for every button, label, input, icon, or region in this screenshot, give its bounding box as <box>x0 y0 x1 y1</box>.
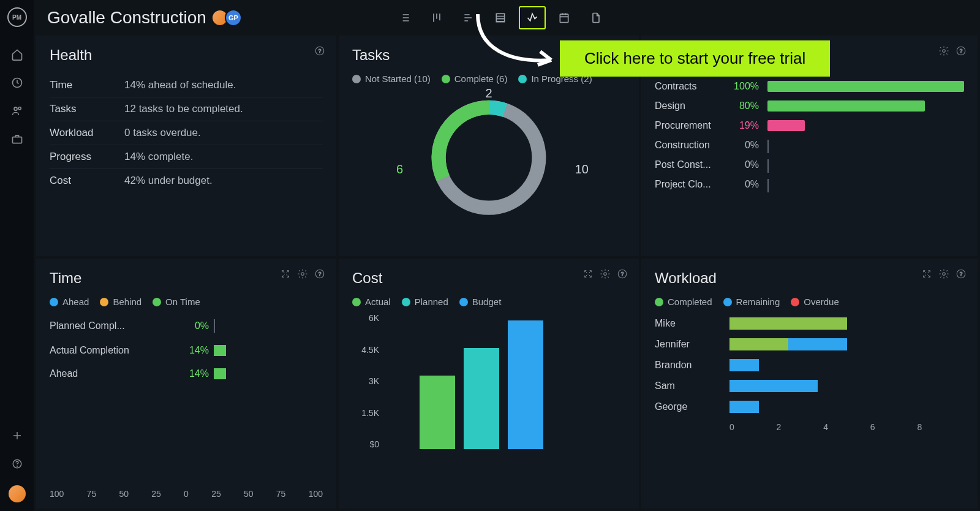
axis-tick: 50 <box>119 489 129 499</box>
legend-dot <box>442 75 450 83</box>
help-icon[interactable]: ? <box>956 45 967 56</box>
expand-icon[interactable] <box>921 268 932 279</box>
donut-label-notstarted: 10 <box>575 162 589 176</box>
svg-text:?: ? <box>318 48 322 54</box>
progress-row: Procurement 19% <box>655 120 964 131</box>
legend-item[interactable]: Overdue <box>791 297 839 307</box>
workload-bar-track <box>729 401 964 413</box>
progress-bar <box>767 100 925 112</box>
legend-dot <box>50 298 58 306</box>
health-label: Time <box>50 79 124 91</box>
legend-dot <box>655 298 663 306</box>
gear-icon[interactable] <box>938 268 949 279</box>
progress-bar-track <box>767 140 964 151</box>
axis-tick: 25 <box>211 489 221 499</box>
help-icon[interactable] <box>10 457 24 471</box>
help-icon[interactable]: ? <box>617 268 628 279</box>
progress-row: Project Clo... 0% <box>655 179 964 190</box>
legend-item[interactable]: Behind <box>100 297 141 307</box>
legend-label: Actual <box>365 297 391 307</box>
legend-label: Remaining <box>736 297 780 307</box>
legend-item[interactable]: Remaining <box>723 297 780 307</box>
axis-tick: 100 <box>309 489 323 499</box>
workload-bar-track <box>729 338 964 350</box>
gear-icon[interactable] <box>600 268 611 279</box>
axis-tick: 25 <box>151 489 161 499</box>
workload-bar-remaining <box>729 401 759 413</box>
team-icon[interactable] <box>10 104 24 118</box>
app-logo[interactable]: PM <box>7 7 27 27</box>
help-icon[interactable]: ? <box>314 45 325 56</box>
axis-tick: 75 <box>276 489 286 499</box>
gear-icon[interactable] <box>938 45 949 56</box>
time-label: Actual Completion <box>50 345 178 356</box>
legend-item[interactable]: Budget <box>459 297 502 307</box>
legend-item[interactable]: Complete (6) <box>442 74 508 84</box>
axis-tick: 3K <box>352 376 379 386</box>
main-area: Govalle Construction GP Click here to st… <box>34 0 980 511</box>
legend-dot <box>153 298 161 306</box>
view-dashboard-icon[interactable] <box>519 6 546 29</box>
axis-tick: 4.5K <box>352 345 379 355</box>
progress-row: Construction 0% <box>655 140 964 151</box>
legend-item[interactable]: Actual <box>352 297 391 307</box>
progress-bar-track <box>767 81 964 92</box>
health-value: 0 tasks overdue. <box>124 127 201 139</box>
svg-point-1 <box>14 107 17 110</box>
progress-label: Procurement <box>655 120 722 131</box>
member-avatar-initials[interactable]: GP <box>225 9 242 26</box>
time-row: Planned Compl... 0% <box>50 313 323 339</box>
legend-item[interactable]: Ahead <box>50 297 89 307</box>
view-gantt-icon[interactable] <box>455 6 482 29</box>
briefcase-icon[interactable] <box>10 132 24 146</box>
member-avatars[interactable]: GP <box>215 9 242 26</box>
legend-label: Budget <box>472 297 502 307</box>
panel-workload: ? Workload CompletedRemainingOverdue Mik… <box>641 259 978 509</box>
view-file-icon[interactable] <box>582 6 609 29</box>
view-sheet-icon[interactable] <box>487 6 514 29</box>
svg-point-5 <box>17 466 17 466</box>
legend-label: Behind <box>113 297 141 307</box>
legend-item[interactable]: On Time <box>153 297 200 307</box>
progress-pct: 100% <box>731 81 759 92</box>
help-icon[interactable]: ? <box>956 268 967 279</box>
svg-text:?: ? <box>318 271 322 277</box>
axis-tick: 0 <box>184 489 189 499</box>
user-avatar[interactable] <box>9 485 26 502</box>
gear-icon[interactable] <box>297 268 308 279</box>
svg-text:?: ? <box>960 48 963 54</box>
progress-row: Contracts 100% <box>655 81 964 92</box>
panel-time: ? Time AheadBehindOn Time Planned Compl.… <box>36 259 336 509</box>
legend-dot <box>459 298 468 306</box>
view-list-icon[interactable] <box>391 6 418 29</box>
help-icon[interactable]: ? <box>314 268 325 279</box>
health-row: Cost42% under budget. <box>50 169 323 192</box>
workload-bar-track <box>729 359 964 371</box>
panel-health: ? Health Time14% ahead of schedule.Tasks… <box>36 36 336 256</box>
progress-pct: 0% <box>731 159 759 170</box>
axis-tick: 4 <box>823 422 870 432</box>
legend-item[interactable]: Not Started (10) <box>352 74 431 84</box>
svg-text:?: ? <box>960 271 963 277</box>
topbar: Govalle Construction GP <box>34 0 980 36</box>
progress-bar <box>767 81 964 92</box>
progress-pct: 80% <box>731 100 759 112</box>
axis-tick: 6 <box>870 422 918 432</box>
cta-banner[interactable]: Click here to start your free trial <box>560 40 830 77</box>
axis-tick: 100 <box>50 489 64 499</box>
view-board-icon[interactable] <box>423 6 450 29</box>
svg-rect-3 <box>12 137 21 143</box>
workload-name: Mike <box>655 318 722 329</box>
legend-label: Completed <box>668 297 712 307</box>
home-icon[interactable] <box>10 48 24 61</box>
legend-item[interactable]: Completed <box>655 297 712 307</box>
health-value: 14% ahead of schedule. <box>124 79 236 91</box>
cost-bar-budget <box>508 320 543 449</box>
legend-dot <box>100 298 108 306</box>
clock-icon[interactable] <box>10 76 24 89</box>
expand-icon[interactable] <box>280 268 291 279</box>
add-icon[interactable] <box>10 429 24 442</box>
legend-item[interactable]: Planned <box>402 297 448 307</box>
view-calendar-icon[interactable] <box>551 6 578 29</box>
expand-icon[interactable] <box>582 268 594 279</box>
